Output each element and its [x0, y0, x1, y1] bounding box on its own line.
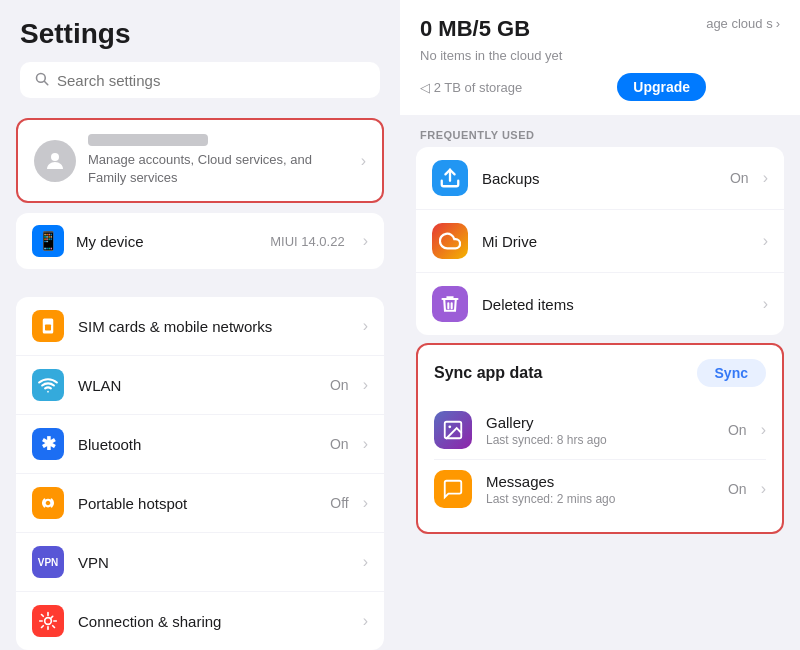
settings-row-hotspot[interactable]: Portable hotspot Off ›	[16, 474, 384, 533]
bluetooth-label: Bluetooth	[78, 436, 316, 453]
storage-info: 0 MB/5 GB No items in the cloud yet ◁ 2 …	[420, 16, 706, 101]
my-device-chevron-icon: ›	[363, 232, 368, 250]
frequently-used-list: Backups On › Mi Drive › Deleted items ›	[416, 147, 784, 335]
settings-row-vpn[interactable]: VPN VPN ›	[16, 533, 384, 592]
svg-point-7	[45, 618, 52, 625]
search-input[interactable]	[57, 72, 366, 89]
sync-row-gallery[interactable]: Gallery Last synced: 8 hrs ago On ›	[434, 401, 766, 460]
svg-point-2	[51, 153, 59, 161]
messages-chevron-icon: ›	[761, 480, 766, 498]
search-icon	[34, 71, 49, 89]
deleted-items-chevron-icon: ›	[763, 295, 768, 313]
storage-upgrade-row: ◁ 2 TB of storage Upgrade	[420, 73, 706, 101]
bluetooth-chevron-icon: ›	[363, 435, 368, 453]
deleted-items-icon	[432, 286, 468, 322]
account-chevron-icon: ›	[361, 152, 366, 170]
svg-line-1	[44, 81, 47, 84]
my-device-label: My device	[76, 233, 258, 250]
left-header: Settings	[0, 0, 400, 108]
midrive-chevron-icon: ›	[763, 232, 768, 250]
hotspot-chevron-icon: ›	[363, 494, 368, 512]
hotspot-label: Portable hotspot	[78, 495, 316, 512]
bluetooth-value: On	[330, 436, 349, 452]
gallery-value: On	[728, 422, 747, 438]
user-icon	[43, 149, 67, 173]
deleted-items-label: Deleted items	[482, 296, 735, 313]
search-bar[interactable]	[20, 62, 380, 98]
storage-used: 0 MB/5 GB	[420, 16, 530, 42]
svg-point-5	[47, 391, 49, 393]
svg-point-10	[448, 425, 451, 428]
storage-header: 0 MB/5 GB No items in the cloud yet ◁ 2 …	[400, 0, 800, 115]
right-panel: 0 MB/5 GB No items in the cloud yet ◁ 2 …	[400, 0, 800, 650]
right-row-deleted-items[interactable]: Deleted items ›	[416, 273, 784, 335]
my-device-row[interactable]: 📱 My device MIUI 14.0.22 ›	[16, 213, 384, 269]
settings-row-bluetooth[interactable]: ✱ Bluetooth On ›	[16, 415, 384, 474]
hotspot-value: Off	[330, 495, 348, 511]
messages-icon	[434, 470, 472, 508]
wlan-icon	[32, 369, 64, 401]
right-row-midrive[interactable]: Mi Drive ›	[416, 210, 784, 273]
avatar	[34, 140, 76, 182]
my-device-version: MIUI 14.0.22	[270, 234, 344, 249]
gallery-sub: Last synced: 8 hrs ago	[486, 433, 714, 447]
cloud-link-chevron-icon: ›	[776, 16, 780, 31]
account-info: Manage accounts, Cloud services, and Fam…	[88, 134, 349, 187]
storage-2tb-label: ◁ 2 TB of storage	[420, 80, 522, 95]
sync-header: Sync app data Sync	[434, 359, 766, 387]
wlan-chevron-icon: ›	[363, 376, 368, 394]
cloud-link[interactable]: age cloud s ›	[706, 16, 780, 31]
messages-sub: Last synced: 2 mins ago	[486, 492, 714, 506]
page-title: Settings	[20, 18, 380, 50]
messages-label: Messages	[486, 473, 714, 490]
backups-label: Backups	[482, 170, 716, 187]
cloud-link-text: age cloud s	[706, 16, 773, 31]
bluetooth-icon: ✱	[32, 428, 64, 460]
wlan-value: On	[330, 377, 349, 393]
gallery-info: Gallery Last synced: 8 hrs ago	[486, 414, 714, 447]
device-icon: 📱	[32, 225, 64, 257]
gallery-icon	[434, 411, 472, 449]
frequently-used-label: FREQUENTLY USED	[400, 115, 800, 147]
midrive-label: Mi Drive	[482, 233, 735, 250]
sync-row-messages[interactable]: Messages Last synced: 2 mins ago On ›	[434, 460, 766, 518]
sync-button[interactable]: Sync	[697, 359, 766, 387]
sim-label: SIM cards & mobile networks	[78, 318, 335, 335]
conn-sharing-label: Connection & sharing	[78, 613, 335, 630]
settings-row-wlan[interactable]: WLAN On ›	[16, 356, 384, 415]
backups-icon	[432, 160, 468, 196]
account-description: Manage accounts, Cloud services, and Fam…	[88, 151, 349, 187]
conn-sharing-chevron-icon: ›	[363, 612, 368, 630]
sim-chevron-icon: ›	[363, 317, 368, 335]
sim-icon	[32, 310, 64, 342]
vpn-chevron-icon: ›	[363, 553, 368, 571]
settings-row-sim[interactable]: SIM cards & mobile networks ›	[16, 297, 384, 356]
account-username-hidden	[88, 134, 208, 146]
left-panel: Settings Manage accounts, Cloud services…	[0, 0, 400, 650]
sync-section: Sync app data Sync Gallery Last synced: …	[416, 343, 784, 534]
wlan-label: WLAN	[78, 377, 316, 394]
no-items-text: No items in the cloud yet	[420, 48, 706, 63]
sync-title: Sync app data	[434, 364, 542, 382]
account-card[interactable]: Manage accounts, Cloud services, and Fam…	[16, 118, 384, 203]
conn-sharing-icon	[32, 605, 64, 637]
messages-value: On	[728, 481, 747, 497]
messages-info: Messages Last synced: 2 mins ago	[486, 473, 714, 506]
backups-chevron-icon: ›	[763, 169, 768, 187]
settings-row-conn-sharing[interactable]: Connection & sharing ›	[16, 592, 384, 650]
vpn-icon: VPN	[32, 546, 64, 578]
gallery-chevron-icon: ›	[761, 421, 766, 439]
hotspot-icon	[32, 487, 64, 519]
settings-group-network: SIM cards & mobile networks › WLAN On › …	[16, 297, 384, 650]
gallery-label: Gallery	[486, 414, 714, 431]
midrive-icon	[432, 223, 468, 259]
right-row-backups[interactable]: Backups On ›	[416, 147, 784, 210]
svg-rect-4	[45, 325, 51, 331]
svg-point-6	[45, 500, 52, 507]
upgrade-button[interactable]: Upgrade	[617, 73, 706, 101]
divider	[0, 277, 400, 297]
backups-value: On	[730, 170, 749, 186]
vpn-label: VPN	[78, 554, 335, 571]
